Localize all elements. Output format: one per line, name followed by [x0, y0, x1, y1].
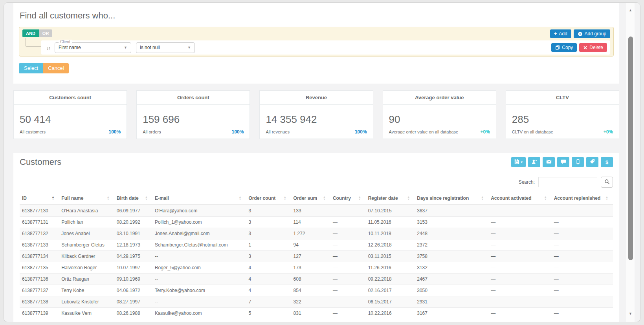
close-icon: [583, 46, 587, 50]
tag-button[interactable]: [586, 157, 598, 167]
table-cell: —: [552, 274, 613, 285]
table-cell: —: [488, 274, 552, 285]
operator-select[interactable]: is not null ▼: [136, 42, 195, 53]
mobile-icon: [575, 159, 581, 166]
table-cell: —: [552, 296, 613, 308]
column-header-register-date[interactable]: Register date▲▼: [366, 193, 415, 205]
table-cell: —: [488, 285, 552, 296]
table-cell: 608: [291, 274, 330, 285]
table-cell: 6138777137: [20, 285, 59, 296]
user-add-icon: [532, 159, 537, 166]
save-icon: [514, 159, 519, 165]
plus-icon: +: [554, 31, 557, 37]
sms-button[interactable]: [557, 157, 569, 167]
table-cell: 3: [246, 205, 291, 217]
sort-handle-icon[interactable]: ↓↑: [46, 45, 50, 51]
scroll-down-icon[interactable]: ▼: [626, 312, 635, 316]
chevron-down-icon: ▼: [187, 46, 191, 49]
table-cell: 10.07.1997: [114, 262, 152, 274]
field-select[interactable]: Client First name ▼: [55, 42, 131, 53]
search-label: Search:: [519, 179, 535, 185]
table-cell: 4: [246, 262, 291, 274]
and-button[interactable]: AND: [22, 29, 39, 37]
sort-arrows-icon: ▲▼: [284, 196, 286, 201]
table-cell: —: [330, 296, 366, 308]
column-header-order-count[interactable]: Order count▲▼: [246, 193, 291, 205]
column-header-account-activated[interactable]: Account activated▲▼: [488, 193, 552, 205]
table-cell: —: [552, 251, 613, 262]
table-cell: 6138777130: [20, 205, 59, 217]
table-cell: —: [330, 205, 366, 217]
table-cell: Jones Anabel: [59, 228, 114, 239]
table-cell: Roger_5@yahoo.com: [152, 262, 246, 274]
search-button[interactable]: [601, 177, 613, 188]
stat-card-value: 90: [389, 113, 490, 126]
table-cell: Kassulke@yahoo.com: [152, 308, 246, 319]
cancel-button[interactable]: Cancel: [43, 63, 68, 73]
column-header-order-sum[interactable]: Order sum▲▼: [291, 193, 330, 205]
table-cell: 1: [246, 239, 291, 251]
table-cell: 133: [291, 205, 330, 217]
delete-rule-button[interactable]: Delete: [579, 43, 607, 52]
table-row: 6138777139Kassulke Vern08.26.1988Kassulk…: [20, 308, 613, 319]
sort-arrows-icon: ▲▼: [145, 196, 148, 201]
field-group-label: Client: [59, 40, 72, 44]
search-input[interactable]: [538, 177, 597, 187]
column-header-id[interactable]: ID▲▼: [20, 193, 59, 205]
stat-card-title: CLTV: [506, 91, 619, 105]
stat-card-percent: 100%: [109, 129, 121, 135]
table-cell: 5: [246, 308, 291, 319]
table-cell: --: [152, 274, 246, 285]
table-cell: Halvorson Roger: [59, 262, 114, 274]
copy-rule-button[interactable]: Copy: [551, 43, 577, 52]
table-cell: 04.29.1975: [114, 251, 152, 262]
table-cell: 173: [291, 262, 330, 274]
stat-card-label: All revenues: [266, 130, 290, 134]
save-segment-button[interactable]: ▾: [511, 157, 526, 167]
column-header-full-name[interactable]: Full name▲▼: [59, 193, 114, 205]
vertical-scrollbar[interactable]: ▲ ▼: [626, 3, 635, 322]
table-cell: —: [552, 228, 613, 239]
table-cell: O'Hara@yahoo.com: [152, 205, 246, 217]
sort-arrows-icon: ▲▼: [358, 196, 361, 201]
table-cell: 3758: [415, 251, 488, 262]
chevron-down-icon: ▼: [124, 46, 127, 49]
table-cell: 6138777131: [20, 217, 59, 228]
table-cell: 7: [246, 296, 291, 308]
email-icon: [546, 159, 552, 166]
stat-card-value: 50 414: [20, 113, 121, 126]
customers-table: ID▲▼Full name▲▼Birth date▲▼E-mail▲▼Order…: [20, 193, 613, 319]
add-button[interactable]: + Add: [550, 29, 571, 38]
sort-arrows-icon: ▲▼: [605, 196, 608, 201]
select-button[interactable]: Select: [19, 63, 43, 73]
or-button[interactable]: OR: [39, 29, 53, 37]
column-header-birth-date[interactable]: Birth date▲▼: [114, 193, 152, 205]
money-button[interactable]: $: [601, 157, 613, 167]
search-icon: [604, 179, 610, 186]
stat-card-value: 285: [512, 113, 613, 126]
mobile-push-button[interactable]: [572, 157, 584, 167]
add-user-button[interactable]: [528, 157, 540, 167]
table-cell: Schamberger Cletus: [59, 239, 114, 251]
scrollbar-thumb[interactable]: [628, 37, 633, 260]
chat-icon: [561, 159, 566, 166]
table-row: 6138777137Terry Kobe04.06.1972Terry.Kobe…: [20, 285, 613, 296]
add-group-button[interactable]: Add group: [574, 29, 610, 38]
stat-card: Orders count159 696All orders100%: [136, 90, 250, 139]
table-cell: —: [488, 205, 552, 217]
column-header-country[interactable]: Country▲▼: [330, 193, 366, 205]
table-cell: 6138777134: [20, 251, 59, 262]
table-cell: 03.11.2015: [366, 251, 415, 262]
column-header-e-mail[interactable]: E-mail▲▼: [152, 193, 246, 205]
segment-builder-panel: Find all customers who... AND OR + Add: [13, 3, 619, 84]
add-group-icon: [578, 31, 583, 37]
stat-card: Average order value90Average order value…: [383, 90, 496, 139]
table-cell: 10.11.2018: [366, 228, 415, 239]
table-cell: —: [330, 239, 366, 251]
email-button[interactable]: [543, 157, 555, 167]
scroll-up-icon[interactable]: ▲: [626, 8, 635, 12]
stat-card-value: 14 355 942: [266, 113, 367, 126]
table-cell: Pollich_1@yahoo.com: [152, 217, 246, 228]
column-header-days-since-registration[interactable]: Days since registration▲▼: [415, 193, 488, 205]
column-header-account-replenished[interactable]: Account replenished▲▼: [552, 193, 613, 205]
